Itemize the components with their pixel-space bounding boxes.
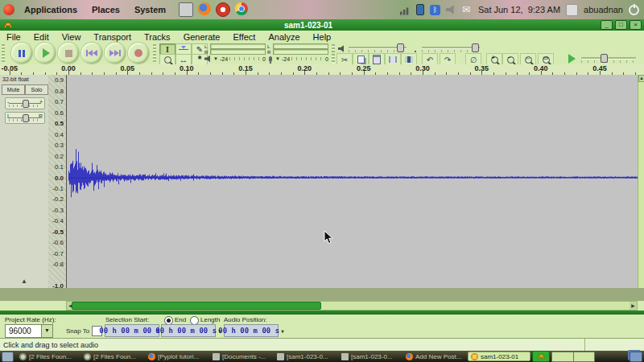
window-stack-icon[interactable] — [630, 352, 642, 362]
zoom-tool-button[interactable] — [159, 54, 175, 65]
help-icon[interactable] — [216, 2, 230, 17]
audacity-tray-icon[interactable] — [532, 351, 550, 362]
selection-tool-button[interactable]: I — [159, 43, 175, 55]
transport-stop-button[interactable] — [58, 43, 79, 64]
bluetooth-icon[interactable]: ᛒ — [430, 5, 440, 15]
track-control-panel[interactable]: 32-bit float Mute Solo - + L R ▲ — [0, 75, 49, 288]
close-button[interactable]: × — [630, 20, 642, 30]
transport-record-button[interactable] — [128, 43, 149, 64]
recording-meter[interactable]: L R ▼ -240 — [267, 43, 328, 63]
audio-position-field[interactable]: 00 h 00 m 00 s▼ — [224, 324, 279, 337]
taskbar-item[interactable]: [2 Files Foun... — [17, 352, 80, 361]
taskbar-item[interactable]: [Pyplot tutori... — [146, 352, 208, 361]
timeshift-tool-button[interactable]: ↔ — [175, 54, 192, 65]
workspace-1[interactable] — [552, 352, 573, 361]
user-name[interactable]: abuadnan — [584, 5, 623, 14]
input-volume-thumb[interactable] — [472, 43, 479, 52]
window-titlebar[interactable]: sam1-023-01 _ □ × — [0, 19, 644, 31]
meter-scale-ticks — [291, 57, 324, 60]
tools-toolbar-grip[interactable] — [153, 44, 156, 63]
horizontal-scrollbar[interactable]: ◀ ▶ — [66, 301, 638, 311]
panel-menu-applications[interactable]: Applications — [17, 5, 85, 14]
workspace-2[interactable] — [573, 352, 595, 361]
pan-thumb[interactable] — [23, 114, 29, 122]
terminal-icon[interactable] — [179, 2, 193, 17]
menu-edit[interactable]: Edit — [27, 32, 56, 42]
horizontal-scroll-thumb[interactable] — [72, 302, 321, 310]
vertical-scrollbar[interactable]: ▲ ▼ — [638, 75, 644, 301]
meter-left-label: L — [204, 44, 210, 49]
play-speed-slider[interactable] — [581, 53, 636, 63]
mail-icon[interactable]: ✉ — [462, 5, 473, 15]
vertical-ruler-label: 0.6 — [55, 109, 64, 116]
project-rate-select[interactable]: 96000 ▼ — [5, 324, 53, 338]
speaker-icon[interactable] — [204, 56, 212, 63]
output-volume-thumb[interactable] — [397, 43, 404, 52]
chevron-down-icon[interactable]: ▼ — [213, 56, 218, 61]
maximize-button[interactable]: □ — [615, 20, 627, 30]
scroll-right-icon[interactable]: ▶ — [630, 302, 637, 310]
menu-transport[interactable]: Transport — [87, 32, 138, 42]
waveform[interactable] — [66, 75, 638, 288]
output-volume-slider[interactable] — [349, 43, 407, 52]
ruler-label: 0.00 — [61, 64, 76, 72]
edit-toolbar-grip[interactable] — [332, 54, 335, 64]
ruler-label: 0.15 — [238, 64, 253, 72]
input-volume-slider[interactable] — [422, 43, 480, 52]
audio-position-label: Audio Position: — [224, 316, 266, 323]
menu-tracks[interactable]: Tracks — [138, 32, 177, 42]
microphone-icon[interactable] — [269, 56, 272, 62]
panel-menu-system[interactable]: System — [127, 5, 173, 14]
solo-button[interactable]: Solo — [25, 84, 48, 95]
network-signal-icon[interactable] — [400, 5, 411, 15]
clock[interactable]: Sat Jun 12, 9:23 AM — [478, 5, 560, 14]
envelope-tool-button[interactable] — [175, 43, 192, 55]
collapse-track-button[interactable]: ▲ — [21, 278, 27, 285]
battery-icon[interactable] — [416, 4, 424, 15]
timeline-ruler[interactable]: -0.050.000.050.100.150.200.250.300.350.4… — [0, 64, 644, 76]
workspace-switcher[interactable] — [551, 352, 595, 362]
power-icon[interactable] — [629, 5, 639, 15]
taskbar-item[interactable]: [sam1-023-0... — [339, 352, 402, 361]
gain-slider[interactable]: - + — [5, 97, 45, 109]
playback-meter-left-bar — [210, 43, 266, 49]
firefox-icon[interactable] — [198, 2, 211, 15]
chevron-down-icon[interactable]: ▼ — [281, 328, 284, 334]
transport-pause-button[interactable] — [11, 43, 32, 64]
transport-forward-button[interactable] — [105, 43, 126, 64]
taskbar-item[interactable]: [2 Files Foun... — [81, 352, 144, 361]
menu-effect[interactable]: Effect — [227, 32, 262, 42]
play-speed-thumb[interactable] — [601, 54, 608, 63]
mixer-toolbar-grip[interactable] — [332, 44, 335, 52]
taskbar-item[interactable]: Add New Post... — [403, 352, 466, 361]
ruler-label: 0.25 — [357, 64, 371, 72]
taskbar-item[interactable]: [Documents -... — [210, 352, 273, 361]
minimize-button[interactable]: _ — [601, 20, 613, 30]
playback-meter[interactable]: L R ▼ -240 — [204, 43, 266, 63]
taskbar-item[interactable]: sam1-023-01 — [468, 352, 530, 361]
transport-toolbar-grip[interactable] — [2, 44, 5, 63]
menu-generate[interactable]: Generate — [177, 32, 227, 42]
scroll-up-icon[interactable]: ▲ — [638, 75, 644, 82]
menu-file[interactable]: File — [0, 32, 27, 42]
taskbar-item[interactable]: [sam1-023-0... — [275, 352, 337, 361]
selection-end-field[interactable]: 00 h 00 m 00 s▼ — [161, 324, 216, 337]
system-tray: ᛒ✉ Sat Jun 12, 9:23 AM abuadnan — [400, 4, 644, 16]
chevron-down-icon[interactable]: ▼ — [41, 325, 52, 337]
vertical-ruler-label: 0.9 — [55, 76, 64, 84]
menu-view[interactable]: View — [56, 32, 88, 42]
menu-help[interactable]: Help — [307, 32, 338, 42]
gain-thumb[interactable] — [23, 100, 29, 108]
chrome-icon[interactable] — [235, 2, 248, 15]
mute-button[interactable]: Mute — [2, 84, 25, 95]
transport-rewind-button[interactable] — [81, 43, 102, 64]
menu-analyze[interactable]: Analyze — [262, 32, 306, 42]
show-desktop-icon[interactable] — [2, 352, 14, 362]
play-at-speed-icon[interactable] — [568, 54, 576, 64]
chevron-down-icon[interactable]: ▼ — [275, 56, 280, 61]
pan-slider[interactable]: L R — [5, 112, 45, 124]
volume-icon[interactable] — [446, 5, 456, 15]
panel-menu-places[interactable]: Places — [85, 5, 127, 14]
selection-start-field[interactable]: 00 h 00 m 00 s▼ — [105, 324, 159, 337]
transport-play-button[interactable] — [35, 43, 56, 64]
